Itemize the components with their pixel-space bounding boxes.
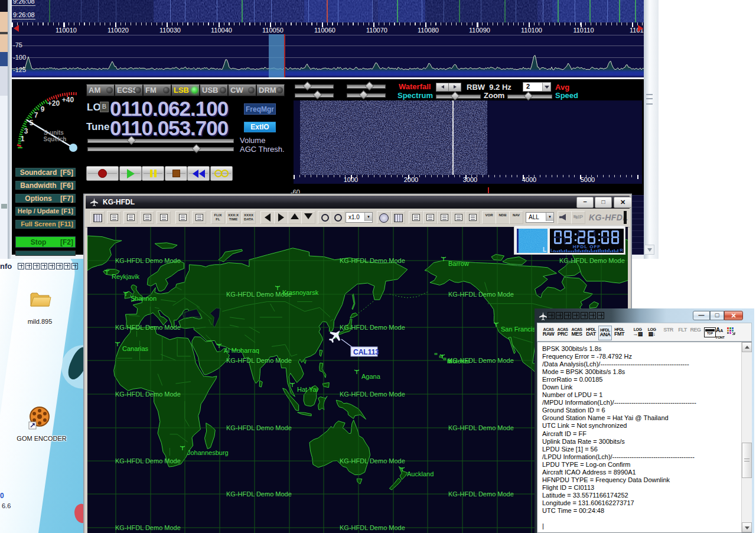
svg-text:KG-HFDL Demo Mode: KG-HFDL Demo Mode [115,257,181,264]
svg-text:Shannon: Shannon [131,295,157,302]
svg-text:KG-HFDL Demo Mode: KG-HFDL Demo Mode [340,257,405,264]
svg-text:Krasnoyarsk: Krasnoyarsk [282,289,319,296]
svg-text:Johannesburg: Johannesburg [187,449,229,456]
svg-text:KG-HFDL Demo Mode: KG-HFDL Demo Mode [340,391,405,398]
svg-text:KG-HFDL Demo Mode: KG-HFDL Demo Mode [559,257,625,264]
svg-text:KG-HFDL Demo Mode: KG-HFDL Demo Mode [226,424,292,431]
svg-text:Canarias: Canarias [122,345,149,352]
svg-text:KG-HFDL Demo Mode: KG-HFDL Demo Mode [340,524,405,531]
svg-text:Hat Yai: Hat Yai [297,386,318,393]
svg-text:Al Muharraq: Al Muharraq [224,347,259,354]
svg-text:KG-HFDL Demo Mode: KG-HFDL Demo Mode [115,324,181,331]
svg-text:KG-HFDL Demo Mode: KG-HFDL Demo Mode [226,357,292,364]
svg-text:KG-HFDL Demo Mode: KG-HFDL Demo Mode [448,490,514,498]
svg-text:KG-HFDL Demo Mode: KG-HFDL Demo Mode [340,324,405,331]
svg-text:Agana: Agana [361,373,381,380]
svg-text:KG-HFDL Demo Mode: KG-HFDL Demo Mode [115,524,181,531]
svg-text:KG-HFDL Demo Mode: KG-HFDL Demo Mode [115,391,181,398]
svg-text:KG-HFDL Demo Mode: KG-HFDL Demo Mode [115,457,181,464]
svg-text:Molokai: Molokai [447,358,470,365]
svg-text:KG-HFDL Demo Mode: KG-HFDL Demo Mode [448,424,514,431]
svg-text:KG-HFDL Demo Mode: KG-HFDL Demo Mode [226,490,292,498]
svg-text:KG-HFDL Demo Mode: KG-HFDL Demo Mode [340,457,405,464]
svg-text:Barrow: Barrow [448,260,469,267]
svg-text:CAL113: CAL113 [353,348,379,356]
svg-text:Auckland: Auckland [407,470,434,477]
svg-text:Reykjavik: Reykjavik [112,273,140,280]
svg-text:KG-HFDL Demo Mode: KG-HFDL Demo Mode [448,291,514,298]
